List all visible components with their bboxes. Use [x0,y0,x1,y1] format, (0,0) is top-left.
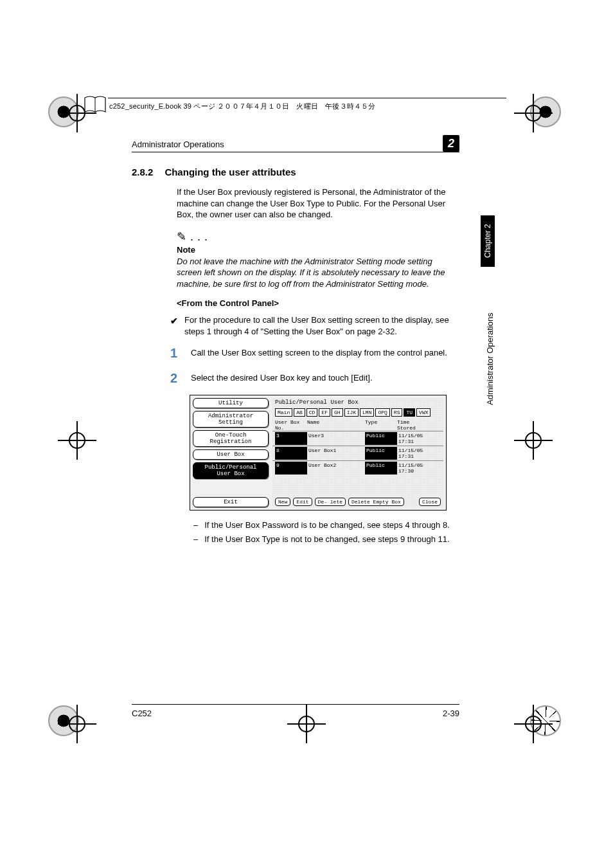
panel-button-exit[interactable]: Exit [193,497,269,507]
col-time-stored: Time Stored [397,419,429,431]
table-row[interactable]: 3 User3 Public 11/15/05 17:31 [272,431,443,446]
crop-mark-icon [514,94,553,132]
panel-button-delete-empty[interactable]: Delete Empty Box [348,498,404,506]
panel-tab-row: Main AB CD EF GH IJK LMN OPQ RS TU VWX [272,407,443,418]
panel-tab[interactable]: VWX [416,408,431,417]
page-meta-text: c252_security_E.book 39 ページ ２００７年４月１０日 火… [109,102,376,111]
cell-type: Public [365,462,397,475]
col-name: Name [307,419,365,431]
cell-no: 8 [275,447,307,460]
panel-tab[interactable]: GH [332,408,343,417]
cell-name: User3 [307,432,365,445]
step-number: 2 [170,370,182,387]
page-footer: C252 2-39 [132,704,459,718]
panel-tab[interactable]: IJK [344,408,359,417]
panel-button-delete[interactable]: De- lete [315,498,346,506]
panel-tab-selected[interactable]: TU [404,408,415,417]
panel-button-close[interactable]: Close [419,498,441,506]
panel-button-one-touch[interactable]: One-Touch Registration [193,430,269,447]
cell-name: User Box2 [307,462,365,475]
step-text: Call the User Box setting screen to the … [191,345,459,362]
device-screenshot: Utility Administrator Setting One-Touch … [190,395,447,511]
note-body: Do not leave the machine with the Admini… [177,256,459,290]
panel-tab[interactable]: AB [294,408,305,417]
section-title: Changing the user attributes [164,167,296,177]
dash-icon: – [193,520,198,531]
check-icon: ✔ [170,314,178,337]
crop-mark-icon [58,705,96,743]
panel-tab[interactable]: LMN [360,408,374,417]
intro-paragraph: If the User Box previously registered is… [177,186,459,221]
crop-mark-icon [514,705,553,743]
step-1: 1 Call the User Box setting screen to th… [170,345,459,362]
panel-column-headers: User Box No. Name Type Time Stored [272,419,443,431]
header-title: Administrator Operations [132,140,224,149]
panel-button-user-box[interactable]: User Box [193,449,269,460]
panel-footer: New Edit De- lete Delete Empty Box Close [275,498,441,506]
step-number: 1 [170,345,182,362]
cell-type: Public [365,447,397,460]
side-section-label: Administrator Operations [485,276,495,405]
cell-time: 11/15/05 17:31 [397,447,429,460]
sub-heading: <From the Control Panel> [177,298,459,308]
after-item-text: If the User Box Type is not to be change… [204,534,449,545]
prerequisite-text: For the procedure to call the User Box s… [184,314,459,337]
chapter-number-badge: 2 [443,135,459,152]
footer-page-number: 2-39 [443,709,459,718]
panel-tab[interactable]: RS [391,408,403,417]
panel-button-new[interactable]: New [275,498,290,506]
panel-tab[interactable]: EF [319,408,330,417]
cell-no: 3 [275,432,307,445]
panel-tab-main[interactable]: Main [275,408,292,417]
panel-button-utility[interactable]: Utility [193,398,269,408]
cell-no: 9 [275,462,307,475]
section-heading: 2.8.2 Changing the user attributes [132,167,459,177]
table-row[interactable]: 8 User Box1 Public 11/15/05 17:31 [272,446,443,460]
panel-title: Public/Personal User Box [272,398,443,407]
panel-button-admin-setting[interactable]: Administrator Setting [193,411,269,428]
section-number: 2.8.2 [132,167,153,177]
crop-mark-icon [58,421,96,460]
after-item-text: If the User Box Password is to be change… [204,520,450,531]
page-header: Administrator Operations 2 [132,135,459,152]
step-2: 2 Select the desired User Box key and to… [170,370,459,387]
crop-mark-icon [514,421,553,460]
after-note-list: –If the User Box Password is to be chang… [193,520,459,545]
panel-button-edit[interactable]: Edit [293,498,312,506]
cell-time: 11/15/05 17:30 [397,462,429,475]
chapter-side-tab: Chapter 2 [481,215,495,267]
col-type: Type [365,419,397,431]
col-user-box-no: User Box No. [275,419,307,431]
table-row[interactable]: 9 User Box2 Public 11/15/05 17:30 [272,460,443,475]
cell-time: 11/15/05 17:31 [397,432,429,445]
panel-button-public-personal[interactable]: Public/Personal User Box [193,462,269,479]
note-block: ✎... Note Do not leave the machine with … [177,230,459,290]
book-icon [84,95,107,114]
footer-model: C252 [132,709,152,718]
cell-name: User Box1 [307,447,365,460]
note-icon: ✎... [177,230,211,244]
panel-tab[interactable]: OPQ [375,408,389,417]
panel-tab[interactable]: CD [306,408,318,417]
cell-type: Public [365,432,397,445]
note-label: Note [177,245,459,255]
dash-icon: – [193,534,198,545]
step-text: Select the desired User Box key and touc… [191,370,459,387]
prerequisite-item: ✔ For the procedure to call the User Box… [170,314,459,337]
